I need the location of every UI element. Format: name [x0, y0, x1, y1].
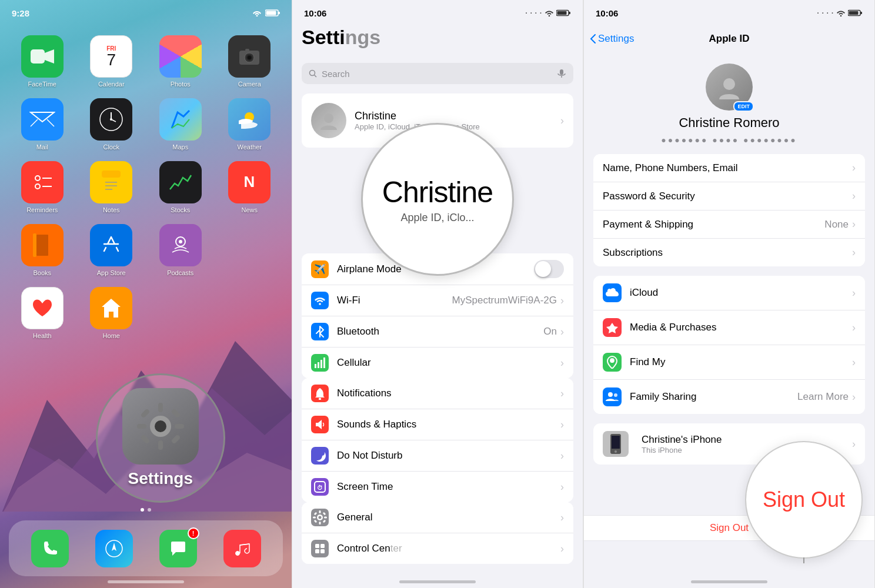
- bluetooth-row[interactable]: Bluetooth On ›: [302, 316, 573, 348]
- svg-rect-78: [314, 520, 318, 523]
- app-camera[interactable]: Camera: [218, 35, 282, 88]
- sounds-row[interactable]: Sounds & Haptics ›: [302, 409, 573, 440]
- app-label-facetime: FaceTime: [28, 81, 57, 88]
- wifi-row[interactable]: Wi-Fi MySpectrumWiFi9A-2G ›: [302, 285, 573, 316]
- controlcenter-icon: [311, 540, 329, 557]
- name-phone-row[interactable]: Name, Phone Numbers, Email ›: [593, 154, 865, 182]
- wifi-icon: [252, 9, 262, 16]
- circle-sub: Apple ID, iClo...: [400, 212, 474, 224]
- app-mail[interactable]: Mail: [11, 98, 74, 151]
- app-health[interactable]: Health: [11, 287, 74, 339]
- svg-rect-83: [320, 549, 325, 553]
- appleid-header: EDIT Christine Romero ●●●●●●● ●●●● ●●●●●…: [584, 52, 874, 154]
- icloud-row[interactable]: iCloud ›: [593, 276, 865, 310]
- notifications-icon: [311, 385, 329, 402]
- notifications-row[interactable]: Notifications ›: [302, 378, 573, 409]
- svg-line-51: [240, 544, 249, 545]
- dnd-row[interactable]: Do Not Disturb ›: [302, 440, 573, 472]
- password-security-row[interactable]: Password & Security ›: [593, 182, 865, 211]
- findmy-row[interactable]: Find My ›: [593, 345, 865, 380]
- sounds-icon: [311, 416, 329, 433]
- svg-point-38: [179, 240, 182, 243]
- controlcenter-row[interactable]: Control Center ›: [302, 533, 573, 564]
- dock-messages[interactable]: !: [159, 530, 197, 567]
- app-podcasts[interactable]: Podcasts: [149, 224, 212, 276]
- controlcenter-label: Control Center: [337, 543, 560, 554]
- general-row[interactable]: General ›: [302, 502, 573, 533]
- services-section: iCloud › Media & Purchases › Find My › F…: [593, 276, 865, 414]
- dock-safari[interactable]: [95, 530, 133, 567]
- svg-rect-55: [557, 11, 567, 15]
- app-label-camera: Camera: [238, 81, 261, 88]
- svg-point-91: [608, 392, 613, 397]
- svg-rect-6: [266, 11, 276, 15]
- app-weather[interactable]: Weather: [218, 98, 282, 151]
- svg-rect-64: [320, 360, 322, 368]
- sounds-label: Sounds & Haptics: [337, 419, 560, 430]
- app-appstore[interactable]: App Store: [80, 224, 143, 276]
- app-facetime[interactable]: FaceTime: [11, 35, 74, 88]
- payment-shipping-row[interactable]: Payment & Shipping None ›: [593, 211, 865, 239]
- app-label-mail: Mail: [36, 143, 48, 151]
- app-stocks[interactable]: Stocks: [149, 161, 212, 213]
- screentime-label: Screen Time: [337, 481, 560, 493]
- search-container: Search: [292, 58, 583, 89]
- signout-button[interactable]: Sign Out: [763, 487, 845, 512]
- signout-text-row[interactable]: Sign Out: [710, 522, 749, 534]
- settings-title: Settings: [302, 26, 573, 54]
- svg-rect-82: [315, 549, 319, 553]
- app-photos[interactable]: Photos: [149, 35, 212, 88]
- name-phone-chevron: ›: [852, 162, 856, 174]
- bluetooth-label: Bluetooth: [337, 326, 543, 338]
- app-notes[interactable]: Notes: [80, 161, 143, 213]
- appleid-status-bar: 10:06 · · · ·: [584, 0, 874, 26]
- app-home[interactable]: Home: [80, 287, 143, 339]
- svg-rect-73: [319, 522, 321, 524]
- app-label-appstore: App Store: [97, 269, 126, 276]
- payment-chevron: ›: [852, 218, 856, 230]
- settings-rows-container: ✈️ Airplane Mode Wi-Fi MySpectrumWiFi9A-…: [292, 253, 583, 564]
- media-purchases-row[interactable]: Media & Purchases ›: [593, 310, 865, 345]
- svg-point-66: [319, 398, 321, 400]
- appleid-signal-dots: · · · ·: [817, 9, 834, 16]
- icloud-label: iCloud: [630, 287, 852, 299]
- dot-2: [148, 508, 151, 512]
- password-label: Password & Security: [603, 191, 852, 202]
- dnd-chevron: ›: [560, 450, 564, 462]
- svg-rect-35: [36, 235, 48, 256]
- app-books[interactable]: Books: [11, 224, 74, 276]
- subscriptions-row[interactable]: Subscriptions ›: [593, 239, 865, 266]
- search-bar[interactable]: Search: [302, 63, 573, 84]
- svg-point-40: [155, 420, 166, 432]
- familysharing-row[interactable]: Family Sharing Learn More ›: [593, 380, 865, 414]
- svg-rect-62: [315, 364, 316, 368]
- svg-text:N: N: [244, 173, 255, 191]
- app-news[interactable]: N News: [218, 161, 282, 213]
- back-button[interactable]: Settings: [590, 33, 634, 45]
- app-maps[interactable]: Maps: [149, 98, 212, 151]
- svg-rect-79: [323, 520, 326, 523]
- cellular-row[interactable]: Cellular ›: [302, 348, 573, 378]
- svg-marker-67: [316, 420, 322, 429]
- dock-phone[interactable]: [31, 530, 69, 567]
- christine-circle: Christine Apple ID, iClo...: [361, 123, 514, 276]
- status-time: 9:28: [12, 8, 29, 18]
- name-phone-label: Name, Phone Numbers, Email: [603, 162, 852, 174]
- edit-badge[interactable]: EDIT: [733, 101, 754, 112]
- svg-rect-43: [137, 424, 146, 429]
- app-calendar[interactable]: FRI 7 Calendar: [80, 35, 143, 88]
- app-clock[interactable]: Clock: [80, 98, 143, 151]
- app-reminders[interactable]: Reminders: [11, 161, 74, 213]
- dock-music[interactable]: [223, 530, 261, 567]
- svg-text:⏱: ⏱: [317, 485, 323, 491]
- svg-rect-7: [31, 49, 45, 64]
- device-icon: [603, 431, 629, 457]
- app-label-health: Health: [33, 332, 52, 339]
- svg-line-57: [315, 75, 317, 78]
- svg-rect-54: [569, 12, 570, 14]
- screentime-row[interactable]: ⏱ Screen Time ›: [302, 472, 573, 502]
- svg-point-12: [248, 56, 251, 59]
- settings-gear-icon: [122, 388, 199, 465]
- airplane-toggle[interactable]: [534, 260, 564, 278]
- general-label: General: [337, 512, 560, 523]
